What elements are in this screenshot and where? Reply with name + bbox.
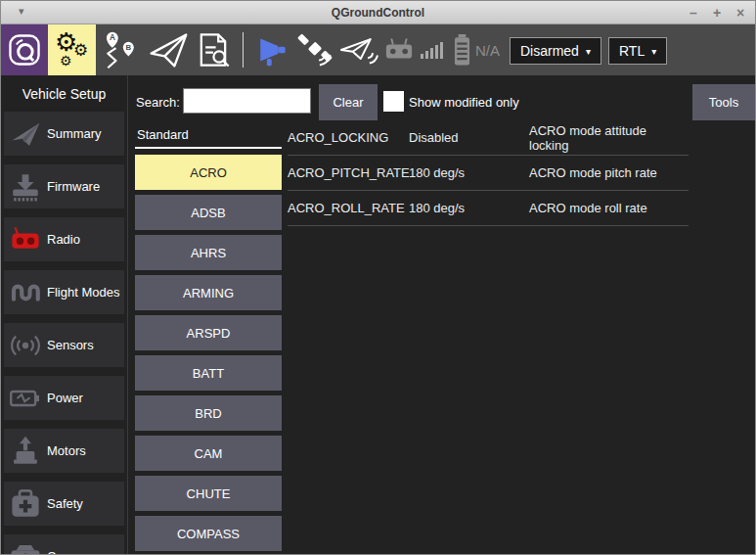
document-search-icon (194, 30, 233, 69)
clear-button[interactable]: Clear (319, 84, 378, 120)
minimize-button[interactable]: – (687, 6, 700, 20)
category-group-header: Standard (135, 122, 282, 147)
sidebar-item-firmware[interactable]: Firmware (4, 164, 124, 208)
category-cam[interactable]: CAM (135, 436, 282, 471)
analyze-view-button[interactable] (191, 24, 236, 75)
sidebar-item-label: Motors (47, 443, 86, 458)
category-arspd[interactable]: ARSPD (135, 315, 282, 350)
window-menu-icon[interactable]: ▾ (19, 5, 24, 18)
parameter-row-acro-locking[interactable]: ACRO_LOCKING Disabled ACRO mode attitude… (288, 120, 689, 156)
parameter-name: ACRO_ROLL_RATE (288, 201, 409, 215)
telemetry-rssi-indicator[interactable] (336, 24, 381, 75)
parameter-description: ACRO mode pitch rate (529, 165, 689, 180)
paper-plane-icon (4, 118, 47, 150)
vehicle-setup-sidebar: Vehicle Setup Summary (1, 75, 128, 554)
sidebar-item-power[interactable]: Power (4, 376, 124, 420)
satellite-icon (297, 32, 333, 68)
search-label: Search: (136, 95, 180, 110)
sidebar-item-radio[interactable]: Radio (4, 217, 124, 261)
chip-download-icon (4, 170, 47, 204)
audio-indicator[interactable] (255, 24, 294, 75)
parameter-description: ACRO mode attitude locking (529, 123, 689, 153)
chevron-down-icon: ▾ (651, 46, 656, 57)
battery-status-text: N/A (475, 42, 500, 59)
sidebar-item-label: Firmware (47, 179, 100, 194)
parameter-value: 180 deg/s (409, 165, 529, 180)
category-brd[interactable]: BRD (135, 395, 282, 431)
parameter-description: ACRO mode roll rate (529, 201, 689, 215)
show-modified-label: Show modified only (409, 95, 519, 110)
sidebar-item-camera[interactable]: Camera (4, 534, 124, 555)
sidebar-item-label: Sensors (47, 338, 94, 352)
battery-indicator[interactable]: N/A (446, 24, 507, 75)
category-batt[interactable]: BATT (135, 355, 282, 391)
tools-button[interactable]: Tools (692, 84, 755, 120)
qgroundcontrol-window: ▾ QGroundControl – + × ⚙ ⚙ ⚙ (0, 0, 756, 555)
sidebar-item-label: Summary (47, 126, 102, 141)
rc-signal-bars-icon (421, 41, 443, 59)
qgc-logo-icon (5, 30, 44, 69)
category-group-underline (135, 147, 282, 149)
search-input[interactable] (183, 88, 311, 114)
svg-text:B: B (125, 43, 131, 52)
armed-state-dropdown[interactable]: Disarmed ▾ (510, 37, 601, 65)
category-ahrs[interactable]: AHRS (135, 235, 282, 270)
parameter-value: 180 deg/s (409, 201, 529, 215)
category-adsb[interactable]: ADSB (135, 195, 282, 230)
battery-bolt-icon (4, 385, 47, 412)
parameter-value: Disabled (409, 130, 529, 145)
telemetry-plane-icon (338, 31, 379, 69)
svg-text:A: A (110, 33, 115, 42)
sidebar-item-label: Camera (47, 549, 92, 555)
category-arming[interactable]: ARMING (135, 275, 282, 310)
wave-icon (4, 278, 47, 307)
category-acro[interactable]: ACRO (135, 155, 282, 190)
qgc-logo-button[interactable] (1, 24, 48, 75)
megaphone-icon (257, 32, 292, 68)
rc-transmitter-icon (4, 224, 47, 255)
plan-route-icon: A B (101, 29, 142, 70)
vehicle-setup-button[interactable]: ⚙ ⚙ ⚙ (48, 24, 96, 75)
fly-view-button[interactable] (146, 24, 191, 75)
titlebar: ▾ QGroundControl – + × (1, 1, 755, 24)
sidebar-title: Vehicle Setup (1, 75, 127, 112)
close-button[interactable]: × (734, 6, 747, 20)
camera-icon (4, 540, 47, 555)
category-compass[interactable]: COMPASS (135, 516, 282, 551)
sidebar-item-motors[interactable]: Motors (4, 429, 124, 473)
flight-mode-label: RTL (619, 43, 645, 59)
paper-plane-icon (148, 29, 189, 70)
sidebar-item-label: Power (47, 391, 83, 405)
sidebar-item-label: Flight Modes (47, 285, 119, 300)
category-chute[interactable]: CHUTE (135, 476, 282, 511)
armed-state-label: Disarmed (520, 43, 579, 59)
parameter-table: ACRO_LOCKING Disabled ACRO mode attitude… (288, 120, 689, 226)
rc-controller-icon (382, 35, 416, 65)
first-aid-case-icon (4, 487, 47, 521)
toolbar-separator (243, 32, 244, 68)
gears-icon: ⚙ ⚙ ⚙ (48, 24, 96, 75)
parameter-categories: Standard ACRO ADSB AHRS ARMING ARSPD BAT… (135, 122, 282, 555)
flight-mode-dropdown[interactable]: RTL ▾ (608, 37, 667, 65)
parameter-name: ACRO_LOCKING (288, 130, 409, 145)
sidebar-item-flight-modes[interactable]: Flight Modes (4, 270, 124, 314)
parameter-row-acro-roll-rate[interactable]: ACRO_ROLL_RATE 180 deg/s ACRO mode roll … (288, 191, 689, 226)
maximize-button[interactable]: + (710, 6, 724, 20)
sidebar-item-safety[interactable]: Safety (4, 482, 124, 526)
battery-icon (453, 34, 471, 66)
sidebar-item-label: Safety (47, 496, 83, 511)
motor-arrow-icon (4, 435, 47, 468)
sidebar-item-sensors[interactable]: Sensors (4, 323, 124, 367)
window-title: QGroundControl (1, 6, 755, 20)
rc-rssi-indicator[interactable] (383, 24, 442, 75)
gps-indicator[interactable] (295, 24, 334, 75)
plan-view-button[interactable]: A B (97, 24, 146, 75)
sidebar-item-label: Radio (47, 232, 80, 247)
parameter-name: ACRO_PITCH_RATE (288, 165, 409, 180)
show-modified-checkbox[interactable] (383, 91, 404, 112)
signal-rings-icon (4, 331, 47, 360)
parameter-row-acro-pitch-rate[interactable]: ACRO_PITCH_RATE 180 deg/s ACRO mode pitc… (288, 156, 689, 191)
chevron-down-icon: ▾ (586, 46, 591, 57)
sidebar-item-summary[interactable]: Summary (4, 112, 124, 156)
